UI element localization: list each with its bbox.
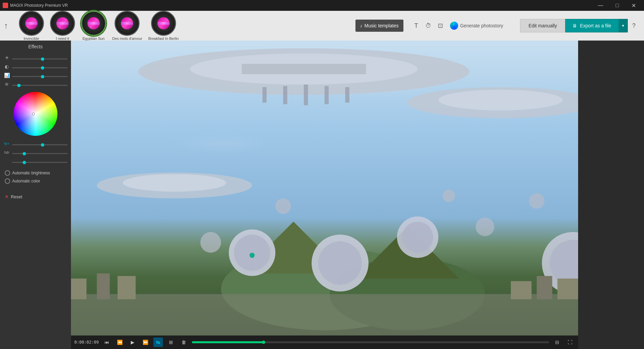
disc-inner-desmots [121,17,133,29]
split-icon: ⊟ [555,340,559,345]
svg-rect-8 [283,86,287,104]
dropdown-chevron-icon: ▾ [622,23,624,28]
export-monitor-icon: 🖥 [572,23,577,28]
auto-brightness-checkbox[interactable] [5,170,10,176]
center-area: 0:00:02:09 ⏮ ⏪ ▶ ⏩ fx ⊞ [71,41,578,349]
play-icon: ▶ [131,340,134,345]
disc-inner-egyptian [88,17,100,29]
app-icon [3,3,8,8]
exposure-slider-container [12,72,68,78]
maximize-button[interactable]: □ [610,0,625,11]
template-list: Invincible I need it Egyptian Sun [19,11,355,41]
close-button[interactable]: ✕ [626,0,641,11]
fullscreen-button[interactable]: ⛶ [565,338,575,347]
brightness-row: ☀ [0,53,71,62]
video-frame [71,41,578,335]
auto-color-label: Automatic color [12,179,40,183]
disc-inner-breakfast [157,17,170,29]
fx-button[interactable]: fx [153,338,163,347]
hdr1-slider[interactable] [12,153,68,154]
auto-brightness-row[interactable]: Automatic brightness [0,169,71,177]
template-disc-breakfast [151,11,176,36]
grid-icon: ⊞ [169,340,173,345]
svg-rect-37 [558,279,578,299]
generate-label: Generate photostory [460,23,503,28]
sharpness-slider[interactable] [12,85,68,86]
music-note-icon: ♪ [360,23,363,28]
template-item-egyptian[interactable]: Egyptian Sun [81,11,106,41]
contrast-row: ◐ [0,62,71,71]
svg-point-18 [249,253,254,258]
help-button[interactable]: ? [628,19,640,32]
color-wheel[interactable] [14,92,57,136]
color-wheel-container[interactable] [0,92,71,136]
sharpness-icon: ≋ [3,81,10,88]
split-button[interactable]: ⊟ [552,338,562,347]
play-button[interactable]: ▶ [128,338,137,347]
up-arrow-button[interactable]: ↑ [4,21,8,30]
reset-icon: ✕ [5,194,9,199]
timeline-bar[interactable] [192,341,549,343]
svg-rect-36 [537,276,552,299]
contrast-slider[interactable] [12,67,68,68]
generate-photostory-button[interactable]: Generate photostory [447,20,507,32]
svg-rect-31 [71,294,578,335]
disc-label-invincible [25,22,38,25]
svg-point-29 [476,218,494,236]
music-templates-button[interactable]: ♪ Music templates [355,20,403,32]
auto-brightness-label: Automatic brightness [12,171,50,175]
reset-label: Reset [11,194,22,199]
svg-rect-9 [304,84,308,105]
crop-button[interactable]: ⊡ [435,20,447,32]
rewind-button[interactable]: ⏮ [102,338,112,347]
titlebar-controls: — □ ✕ [593,0,641,11]
content-wrapper: Effects ☀ ◐ 📊 ≋ [0,41,644,349]
exposure-icon: 📊 [3,72,10,79]
hdr2-row [0,157,71,166]
export-button[interactable]: 🖥 Export as a file [565,19,618,32]
auto-color-checkbox[interactable] [5,178,10,184]
fx-slider[interactable] [12,144,68,145]
next-frame-button[interactable]: ⏩ [141,338,150,347]
svg-rect-11 [345,87,349,103]
brightness-slider[interactable] [12,58,68,59]
fx-icon: fx+ [3,140,10,147]
export-label: Export as a file [580,23,611,28]
svg-point-26 [200,232,221,253]
fx-slider-container [12,141,68,147]
video-area [71,41,578,335]
svg-point-15 [123,174,226,192]
text-tool-button[interactable]: T [410,20,422,32]
timeline-thumb [262,341,265,344]
svg-point-28 [443,190,455,202]
edit-manually-button[interactable]: Edit manually [520,19,565,32]
template-disc-ineedit [50,11,75,36]
template-name-desmots: Des mots d'amour [112,36,142,41]
template-name-invincible: Invincible [24,36,39,41]
hdr2-slider[interactable] [12,162,68,163]
template-item-invincible[interactable]: Invincible [19,11,44,41]
help-icon: ? [632,22,636,29]
svg-rect-32 [71,279,86,299]
template-item-breakfast[interactable]: Breakfast In Berlin [148,11,179,41]
template-item-desmots[interactable]: Des mots d'amour [112,11,142,41]
prev-frame-button[interactable]: ⏪ [115,338,124,347]
svg-rect-35 [511,281,531,299]
timer-button[interactable]: ⏱ [422,20,435,32]
exposure-row: 📊 [0,71,71,80]
edit-manually-label: Edit manually [528,23,557,28]
grid-view-button[interactable]: ⊞ [166,338,176,347]
trash-icon: 🗑 [181,340,186,345]
auto-color-row[interactable]: Automatic color [0,177,71,185]
template-item-ineedit[interactable]: I need it [50,11,75,41]
delete-button[interactable]: 🗑 [179,338,189,347]
disc-inner-ineedit [56,17,69,29]
titlebar: MAGIX Photostory Premium VR — □ ✕ [0,0,644,11]
exposure-slider[interactable] [12,76,68,77]
export-dropdown-button[interactable]: ▾ [618,19,628,32]
disc-label-ineedit [56,22,69,25]
minimize-button[interactable]: — [593,0,608,11]
disc-label-breakfast [157,22,170,25]
reset-row[interactable]: ✕ Reset [0,192,71,201]
svg-point-13 [438,90,563,110]
